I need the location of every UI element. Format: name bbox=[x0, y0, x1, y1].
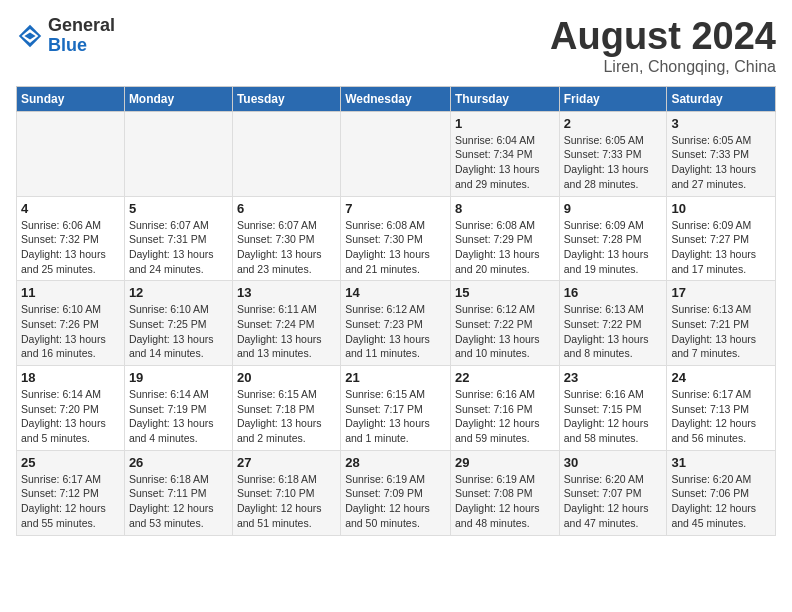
day-number: 22 bbox=[455, 370, 555, 385]
calendar-cell: 19Sunrise: 6:14 AMSunset: 7:19 PMDayligh… bbox=[124, 366, 232, 451]
weekday-row: SundayMondayTuesdayWednesdayThursdayFrid… bbox=[17, 86, 776, 111]
calendar-cell: 12Sunrise: 6:10 AMSunset: 7:25 PMDayligh… bbox=[124, 281, 232, 366]
day-number: 4 bbox=[21, 201, 120, 216]
day-info: Sunrise: 6:15 AMSunset: 7:17 PMDaylight:… bbox=[345, 387, 446, 446]
day-number: 6 bbox=[237, 201, 336, 216]
calendar-cell: 28Sunrise: 6:19 AMSunset: 7:09 PMDayligh… bbox=[341, 450, 451, 535]
weekday-header-monday: Monday bbox=[124, 86, 232, 111]
day-number: 5 bbox=[129, 201, 228, 216]
day-number: 1 bbox=[455, 116, 555, 131]
day-number: 24 bbox=[671, 370, 771, 385]
page-header: General Blue August 2024 Liren, Chongqin… bbox=[16, 16, 776, 76]
day-number: 15 bbox=[455, 285, 555, 300]
calendar-cell bbox=[124, 111, 232, 196]
calendar-cell: 22Sunrise: 6:16 AMSunset: 7:16 PMDayligh… bbox=[450, 366, 559, 451]
day-info: Sunrise: 6:16 AMSunset: 7:15 PMDaylight:… bbox=[564, 387, 663, 446]
calendar-cell: 11Sunrise: 6:10 AMSunset: 7:26 PMDayligh… bbox=[17, 281, 125, 366]
day-number: 13 bbox=[237, 285, 336, 300]
calendar-cell: 1Sunrise: 6:04 AMSunset: 7:34 PMDaylight… bbox=[450, 111, 559, 196]
day-info: Sunrise: 6:13 AMSunset: 7:21 PMDaylight:… bbox=[671, 302, 771, 361]
day-number: 2 bbox=[564, 116, 663, 131]
logo-text: General Blue bbox=[48, 16, 115, 56]
calendar-cell bbox=[17, 111, 125, 196]
calendar-cell: 21Sunrise: 6:15 AMSunset: 7:17 PMDayligh… bbox=[341, 366, 451, 451]
calendar-cell: 16Sunrise: 6:13 AMSunset: 7:22 PMDayligh… bbox=[559, 281, 667, 366]
calendar-cell bbox=[232, 111, 340, 196]
calendar-cell: 27Sunrise: 6:18 AMSunset: 7:10 PMDayligh… bbox=[232, 450, 340, 535]
subtitle: Liren, Chongqing, China bbox=[550, 58, 776, 76]
day-number: 30 bbox=[564, 455, 663, 470]
day-info: Sunrise: 6:18 AMSunset: 7:11 PMDaylight:… bbox=[129, 472, 228, 531]
day-number: 11 bbox=[21, 285, 120, 300]
calendar-cell: 31Sunrise: 6:20 AMSunset: 7:06 PMDayligh… bbox=[667, 450, 776, 535]
calendar-body: 1Sunrise: 6:04 AMSunset: 7:34 PMDaylight… bbox=[17, 111, 776, 535]
day-info: Sunrise: 6:19 AMSunset: 7:08 PMDaylight:… bbox=[455, 472, 555, 531]
calendar-cell: 26Sunrise: 6:18 AMSunset: 7:11 PMDayligh… bbox=[124, 450, 232, 535]
calendar-cell: 9Sunrise: 6:09 AMSunset: 7:28 PMDaylight… bbox=[559, 196, 667, 281]
day-info: Sunrise: 6:14 AMSunset: 7:20 PMDaylight:… bbox=[21, 387, 120, 446]
weekday-header-wednesday: Wednesday bbox=[341, 86, 451, 111]
calendar-cell: 2Sunrise: 6:05 AMSunset: 7:33 PMDaylight… bbox=[559, 111, 667, 196]
calendar-cell: 30Sunrise: 6:20 AMSunset: 7:07 PMDayligh… bbox=[559, 450, 667, 535]
calendar-week-1: 1Sunrise: 6:04 AMSunset: 7:34 PMDaylight… bbox=[17, 111, 776, 196]
calendar-cell: 20Sunrise: 6:15 AMSunset: 7:18 PMDayligh… bbox=[232, 366, 340, 451]
day-info: Sunrise: 6:05 AMSunset: 7:33 PMDaylight:… bbox=[671, 133, 771, 192]
day-number: 27 bbox=[237, 455, 336, 470]
day-info: Sunrise: 6:11 AMSunset: 7:24 PMDaylight:… bbox=[237, 302, 336, 361]
day-number: 23 bbox=[564, 370, 663, 385]
day-number: 9 bbox=[564, 201, 663, 216]
calendar-cell: 7Sunrise: 6:08 AMSunset: 7:30 PMDaylight… bbox=[341, 196, 451, 281]
day-info: Sunrise: 6:20 AMSunset: 7:06 PMDaylight:… bbox=[671, 472, 771, 531]
day-info: Sunrise: 6:08 AMSunset: 7:29 PMDaylight:… bbox=[455, 218, 555, 277]
day-info: Sunrise: 6:06 AMSunset: 7:32 PMDaylight:… bbox=[21, 218, 120, 277]
calendar-cell: 3Sunrise: 6:05 AMSunset: 7:33 PMDaylight… bbox=[667, 111, 776, 196]
title-block: August 2024 Liren, Chongqing, China bbox=[550, 16, 776, 76]
day-number: 8 bbox=[455, 201, 555, 216]
calendar-cell bbox=[341, 111, 451, 196]
calendar-cell: 13Sunrise: 6:11 AMSunset: 7:24 PMDayligh… bbox=[232, 281, 340, 366]
day-info: Sunrise: 6:07 AMSunset: 7:30 PMDaylight:… bbox=[237, 218, 336, 277]
day-info: Sunrise: 6:16 AMSunset: 7:16 PMDaylight:… bbox=[455, 387, 555, 446]
day-info: Sunrise: 6:08 AMSunset: 7:30 PMDaylight:… bbox=[345, 218, 446, 277]
calendar-header: SundayMondayTuesdayWednesdayThursdayFrid… bbox=[17, 86, 776, 111]
logo-general: General bbox=[48, 15, 115, 35]
day-number: 31 bbox=[671, 455, 771, 470]
weekday-header-tuesday: Tuesday bbox=[232, 86, 340, 111]
calendar-cell: 14Sunrise: 6:12 AMSunset: 7:23 PMDayligh… bbox=[341, 281, 451, 366]
weekday-header-friday: Friday bbox=[559, 86, 667, 111]
calendar-week-4: 18Sunrise: 6:14 AMSunset: 7:20 PMDayligh… bbox=[17, 366, 776, 451]
day-info: Sunrise: 6:12 AMSunset: 7:23 PMDaylight:… bbox=[345, 302, 446, 361]
logo-icon bbox=[16, 22, 44, 50]
day-number: 21 bbox=[345, 370, 446, 385]
weekday-header-saturday: Saturday bbox=[667, 86, 776, 111]
day-info: Sunrise: 6:14 AMSunset: 7:19 PMDaylight:… bbox=[129, 387, 228, 446]
calendar-cell: 23Sunrise: 6:16 AMSunset: 7:15 PMDayligh… bbox=[559, 366, 667, 451]
day-info: Sunrise: 6:18 AMSunset: 7:10 PMDaylight:… bbox=[237, 472, 336, 531]
day-info: Sunrise: 6:10 AMSunset: 7:25 PMDaylight:… bbox=[129, 302, 228, 361]
day-info: Sunrise: 6:15 AMSunset: 7:18 PMDaylight:… bbox=[237, 387, 336, 446]
calendar-cell: 29Sunrise: 6:19 AMSunset: 7:08 PMDayligh… bbox=[450, 450, 559, 535]
day-number: 14 bbox=[345, 285, 446, 300]
weekday-header-thursday: Thursday bbox=[450, 86, 559, 111]
main-title: August 2024 bbox=[550, 16, 776, 58]
day-info: Sunrise: 6:17 AMSunset: 7:13 PMDaylight:… bbox=[671, 387, 771, 446]
day-info: Sunrise: 6:09 AMSunset: 7:28 PMDaylight:… bbox=[564, 218, 663, 277]
day-number: 7 bbox=[345, 201, 446, 216]
day-info: Sunrise: 6:04 AMSunset: 7:34 PMDaylight:… bbox=[455, 133, 555, 192]
day-number: 16 bbox=[564, 285, 663, 300]
day-info: Sunrise: 6:20 AMSunset: 7:07 PMDaylight:… bbox=[564, 472, 663, 531]
day-info: Sunrise: 6:07 AMSunset: 7:31 PMDaylight:… bbox=[129, 218, 228, 277]
calendar-week-2: 4Sunrise: 6:06 AMSunset: 7:32 PMDaylight… bbox=[17, 196, 776, 281]
day-info: Sunrise: 6:19 AMSunset: 7:09 PMDaylight:… bbox=[345, 472, 446, 531]
calendar-cell: 17Sunrise: 6:13 AMSunset: 7:21 PMDayligh… bbox=[667, 281, 776, 366]
day-info: Sunrise: 6:12 AMSunset: 7:22 PMDaylight:… bbox=[455, 302, 555, 361]
day-number: 26 bbox=[129, 455, 228, 470]
day-info: Sunrise: 6:09 AMSunset: 7:27 PMDaylight:… bbox=[671, 218, 771, 277]
calendar-cell: 5Sunrise: 6:07 AMSunset: 7:31 PMDaylight… bbox=[124, 196, 232, 281]
day-number: 29 bbox=[455, 455, 555, 470]
day-number: 18 bbox=[21, 370, 120, 385]
day-info: Sunrise: 6:10 AMSunset: 7:26 PMDaylight:… bbox=[21, 302, 120, 361]
calendar-cell: 8Sunrise: 6:08 AMSunset: 7:29 PMDaylight… bbox=[450, 196, 559, 281]
day-number: 28 bbox=[345, 455, 446, 470]
calendar-week-3: 11Sunrise: 6:10 AMSunset: 7:26 PMDayligh… bbox=[17, 281, 776, 366]
